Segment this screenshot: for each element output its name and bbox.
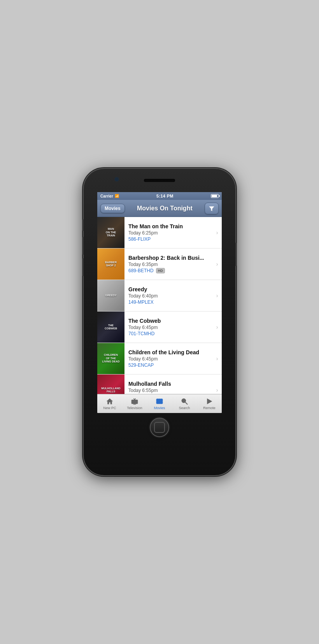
movie-title: Greedy [128,286,209,293]
chevron-icon: › [212,217,222,248]
movie-time: Today 6:40pm [128,293,209,299]
home-button-inner [154,422,165,433]
home-button[interactable] [150,418,169,437]
phone-frame: Carrier 📶 5:14 PM Movies Movies On Tonig… [84,169,235,475]
movie-title: The Man on the Train [128,223,209,230]
list-item[interactable]: MULHOLLANDFALLS Mulholland Falls Today 6… [97,374,222,394]
movie-title: Barbershop 2: Back in Busi... [128,255,209,261]
svg-rect-2 [131,400,138,404]
movie-time: Today 6:55pm [128,388,209,393]
chevron-icon: › [212,374,222,394]
filter-icon [208,205,215,212]
chevron-icon: › [212,280,222,311]
svg-line-16 [186,402,188,404]
power-button[interactable] [235,243,237,266]
movie-info: Mulholland Falls Today 6:55pm 700-MGMHD … [124,374,212,394]
hd-badge: HD [156,268,165,273]
movie-time: Today 6:35pm [128,262,209,267]
movie-thumbnail: GREEDY [97,280,124,311]
tab-new-pc-label: New PC [103,406,116,410]
movie-title: Mulholland Falls [128,381,209,387]
home-icon [105,397,114,405]
screen: Carrier 📶 5:14 PM Movies Movies On Tonig… [97,192,222,413]
phone-bottom [84,413,235,445]
chevron-icon: › [212,312,222,343]
tab-television[interactable]: Television [122,394,147,413]
chevron-icon: › [212,248,222,280]
movie-channel: 701-TCMHD [128,331,154,336]
tab-search-label: Search [179,406,190,410]
movie-meta: 586-FLIXP [128,236,209,242]
tab-search[interactable]: Search [172,394,197,413]
list-item[interactable]: CHILDRENOF THELIVING DEAD Children of th… [97,343,222,374]
list-item[interactable]: GREEDY Greedy Today 6:40pm 149-MPLEX › [97,280,222,312]
movie-info: Greedy Today 6:40pm 149-MPLEX [124,280,212,311]
movie-meta: 689-BETHD HD [128,268,209,273]
movie-time: Today 6:25pm [128,230,209,236]
movie-channel: 689-BETHD [128,268,154,273]
svg-marker-1 [107,399,113,404]
battery-icon [211,194,219,198]
phone-top [84,169,235,192]
movie-info: The Man on the Train Today 6:25pm 586-FL… [124,217,212,248]
tv-icon [130,397,139,405]
play-icon [205,397,214,405]
svg-rect-3 [133,404,136,405]
list-item[interactable]: BARBERSHOP 2 Barbershop 2: Back in Busi.… [97,248,222,280]
movies-icon [155,397,164,405]
movie-thumbnail: MULHOLLANDFALLS [97,374,124,394]
volume-up-button[interactable] [82,237,84,255]
list-item[interactable]: THECOBWEB The Cobweb Today 6:45pm 701-TC… [97,312,222,343]
svg-rect-9 [157,399,158,400]
nav-header: Movies Movies On Tonight [97,200,222,217]
page-title: Movies On Tonight [128,205,202,212]
movie-thumbnail: THECOBWEB [97,312,124,343]
movie-time: Today 6:45pm [128,325,209,330]
movie-info: Barbershop 2: Back in Busi... Today 6:35… [124,248,212,280]
movie-channel: 586-FLIXP [128,236,151,242]
svg-rect-11 [161,399,162,400]
speaker [144,179,175,182]
svg-marker-0 [209,206,214,211]
chevron-icon: › [212,343,222,374]
movie-info: The Cobweb Today 6:45pm 701-TCMHD [124,312,212,343]
tab-bar: New PC Television [97,394,222,413]
filter-button[interactable] [205,203,219,214]
wifi-icon: 📶 [115,194,119,198]
tab-remote-label: Remote [203,406,216,410]
status-time: 5:14 PM [156,194,174,198]
movie-thumbnail: MANON THETRAIN [97,217,124,248]
tab-new-pc[interactable]: New PC [97,394,122,413]
volume-down-button[interactable] [82,258,84,276]
mute-button[interactable] [82,219,84,231]
movie-channel: 529-ENCAP [128,362,154,368]
movie-thumbnail: BARBERSHOP 2 [97,248,124,280]
svg-rect-13 [159,402,160,404]
svg-rect-12 [157,402,158,404]
tab-television-label: Television [127,406,142,410]
tab-movies[interactable]: Movies [147,394,172,413]
tab-movies-label: Movies [154,406,165,410]
movie-meta: 701-TCMHD [128,331,209,336]
carrier-label: Carrier [100,194,113,198]
movie-title: Children of the Living Dead [128,349,209,356]
back-button[interactable]: Movies [100,204,125,213]
tab-remote[interactable]: Remote [197,394,222,413]
movie-meta: 529-ENCAP [128,362,209,368]
movie-info: Children of the Living Dead Today 6:45pm… [124,343,212,374]
movie-thumbnail: CHILDRENOF THELIVING DEAD [97,343,124,374]
movie-list: MANON THETRAIN The Man on the Train Toda… [97,217,222,394]
list-item[interactable]: MANON THETRAIN The Man on the Train Toda… [97,217,222,248]
movie-title: The Cobweb [128,318,209,324]
battery-fill [212,195,217,197]
movie-meta: 149-MPLEX [128,299,209,305]
svg-rect-14 [161,402,162,404]
movie-time: Today 6:45pm [128,356,209,362]
svg-rect-10 [159,399,160,400]
search-icon [180,397,189,405]
svg-line-5 [135,399,136,400]
battery-indicator [211,194,219,198]
svg-marker-17 [207,399,212,404]
movie-channel: 149-MPLEX [128,299,154,305]
front-camera [115,177,119,181]
